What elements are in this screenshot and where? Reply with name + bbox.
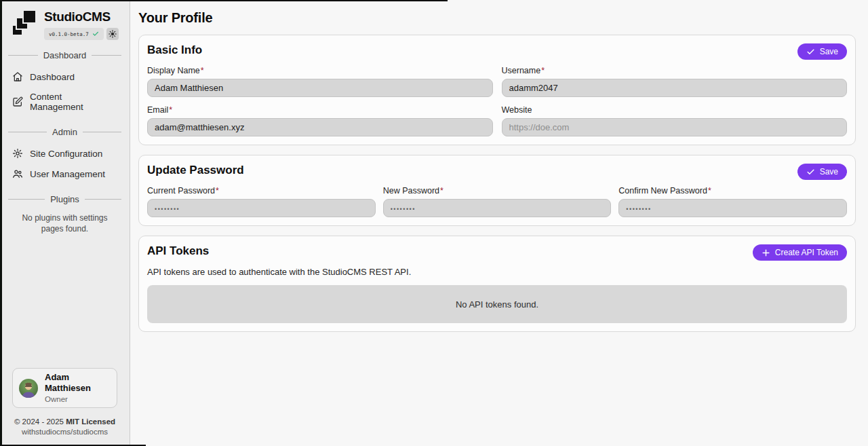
version-badge[interactable]: v0.1.0-beta.7 — [44, 28, 104, 40]
update-password-title: Update Password — [147, 164, 244, 177]
copyright-line: © 2024 - 2025 MIT Licensed — [0, 417, 130, 428]
new-password-field-group: New Password* — [383, 186, 612, 217]
check-icon — [806, 48, 815, 56]
new-password-input[interactable] — [383, 199, 612, 217]
section-header-dashboard: Dashboard — [8, 50, 121, 60]
api-tokens-card: API Tokens Create API Token API tokens a… — [138, 236, 856, 332]
basic-info-save-button[interactable]: Save — [797, 43, 847, 60]
current-password-field-group: Current Password* — [147, 186, 376, 217]
avatar — [19, 379, 38, 398]
sidebar-item-dashboard[interactable]: Dashboard — [0, 67, 130, 87]
check-icon — [92, 31, 99, 37]
website-label: Website — [502, 105, 848, 115]
new-password-label: New Password* — [383, 186, 612, 196]
repo-link[interactable]: withstudiocms/studiocms — [0, 427, 130, 438]
sidebar: StudioCMS v0.1.0-beta.7 Dashboard Dashbo… — [0, 0, 130, 446]
current-password-label: Current Password* — [147, 186, 376, 196]
website-input[interactable] — [502, 118, 848, 136]
website-field-group: Website — [502, 105, 848, 136]
sidebar-footer: © 2024 - 2025 MIT Licensed withstudiocms… — [0, 417, 130, 438]
required-mark: * — [169, 105, 172, 115]
user-name: Adam Matthiesen — [45, 372, 111, 394]
confirm-new-password-input[interactable] — [618, 199, 847, 217]
page-title: Your Profile — [138, 10, 856, 26]
users-icon — [12, 168, 23, 179]
sidebar-nav-admin: Site Configuration User Management — [0, 143, 130, 184]
check-icon — [806, 168, 815, 176]
current-password-input[interactable] — [147, 199, 376, 217]
sun-icon — [108, 30, 117, 38]
divider-line — [85, 199, 121, 200]
api-tokens-description: API tokens are used to authenticate with… — [147, 267, 847, 277]
required-mark: * — [216, 186, 219, 196]
plugins-empty-message: No plugins with settings pages found. — [0, 208, 130, 239]
display-name-field-group: Display Name* — [147, 66, 493, 97]
edit-icon — [12, 96, 23, 107]
email-input[interactable] — [147, 118, 493, 136]
sidebar-item-label: User Management — [30, 169, 105, 179]
studiocms-logo-icon — [11, 10, 38, 38]
section-header-plugins: Plugins — [8, 194, 121, 204]
divider-line — [8, 199, 45, 200]
divider-line — [8, 55, 38, 56]
email-field-group: Email* — [147, 105, 493, 136]
sidebar-item-label: Dashboard — [30, 72, 75, 82]
home-icon — [12, 71, 23, 82]
divider-line — [83, 132, 121, 132]
section-header-admin: Admin — [8, 127, 121, 137]
required-mark: * — [541, 66, 545, 75]
sidebar-item-content-management[interactable]: Content Management — [0, 87, 130, 117]
logo-row: StudioCMS v0.1.0-beta.7 — [0, 10, 130, 40]
username-field-group: Username* — [502, 66, 848, 97]
api-tokens-empty-state: No API tokens found. — [147, 285, 847, 323]
plus-icon — [762, 248, 770, 257]
required-mark: * — [201, 66, 204, 75]
username-input[interactable] — [502, 79, 848, 97]
divider-line — [92, 55, 121, 56]
version-text: v0.1.0-beta.7 — [49, 31, 89, 37]
api-tokens-title: API Tokens — [147, 244, 209, 258]
theme-toggle-button[interactable] — [106, 28, 119, 40]
screen-edge-top — [0, 0, 448, 1]
sidebar-nav: Dashboard Content Management — [0, 67, 130, 117]
update-password-card: Update Password Save Current Password* N… — [138, 155, 856, 226]
api-tokens-empty-text: No API tokens found. — [456, 299, 538, 310]
update-password-save-button[interactable]: Save — [797, 164, 847, 180]
confirm-new-password-label: Confirm New Password* — [618, 186, 847, 196]
main-content: Your Profile Basic Info Save Display Nam… — [131, 0, 868, 446]
sidebar-item-label: Content Management — [30, 92, 117, 112]
app-title: StudioCMS — [44, 10, 119, 24]
display-name-label: Display Name* — [147, 66, 493, 75]
basic-info-card: Basic Info Save Display Name* Username* … — [138, 35, 856, 145]
required-mark: * — [708, 186, 711, 196]
user-menu-button[interactable]: Adam Matthiesen Owner — [12, 368, 117, 408]
sidebar-item-label: Site Configuration — [30, 149, 102, 159]
gear-icon — [12, 148, 23, 159]
username-label: Username* — [502, 66, 848, 75]
email-label: Email* — [147, 105, 493, 115]
display-name-input[interactable] — [147, 79, 493, 97]
user-role: Owner — [45, 394, 111, 404]
license-label: MIT Licensed — [66, 417, 115, 426]
divider-line — [8, 132, 47, 132]
basic-info-title: Basic Info — [147, 43, 202, 57]
sidebar-item-user-management[interactable]: User Management — [0, 164, 130, 184]
required-mark: * — [440, 186, 443, 196]
confirm-new-password-field-group: Confirm New Password* — [618, 186, 847, 217]
sidebar-item-site-configuration[interactable]: Site Configuration — [0, 143, 130, 164]
screen-edge-left — [0, 0, 2, 446]
create-api-token-button[interactable]: Create API Token — [753, 244, 847, 261]
